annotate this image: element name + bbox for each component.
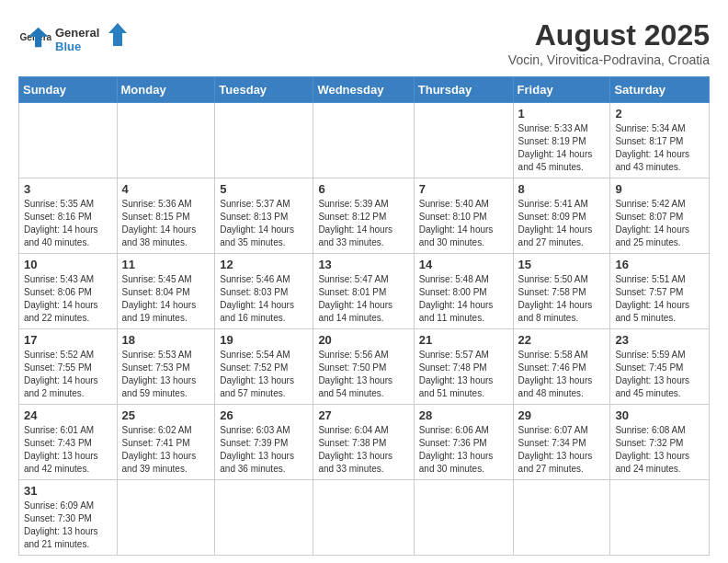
day-info: Sunrise: 5:57 AMSunset: 7:48 PMDaylight:… (419, 349, 508, 400)
calendar-day-cell (610, 480, 710, 556)
day-info: Sunrise: 5:48 AMSunset: 8:00 PMDaylight:… (419, 273, 508, 325)
day-number: 2 (615, 107, 704, 121)
day-number: 5 (220, 182, 308, 196)
calendar-day-cell: 26Sunrise: 6:03 AMSunset: 7:39 PMDayligh… (215, 405, 313, 480)
calendar-day-cell: 6Sunrise: 5:39 AMSunset: 8:12 PMDaylight… (313, 178, 414, 254)
day-number: 22 (518, 333, 606, 347)
calendar-day-cell: 2Sunrise: 5:34 AMSunset: 8:17 PMDaylight… (610, 103, 710, 178)
day-info: Sunrise: 6:08 AMSunset: 7:32 PMDaylight:… (615, 424, 704, 476)
day-info: Sunrise: 5:45 AMSunset: 8:04 PMDaylight:… (122, 273, 210, 325)
calendar-day-cell (117, 480, 215, 556)
day-number: 28 (419, 408, 508, 422)
day-number: 27 (318, 408, 408, 422)
day-info: Sunrise: 6:02 AMSunset: 7:41 PMDaylight:… (122, 424, 210, 476)
day-info: Sunrise: 5:43 AMSunset: 8:06 PMDaylight:… (24, 273, 112, 325)
calendar-day-cell (19, 103, 118, 178)
calendar-day-cell: 23Sunrise: 5:59 AMSunset: 7:45 PMDayligh… (610, 329, 710, 405)
day-of-week-header: Thursday (414, 77, 513, 103)
calendar-day-cell (313, 103, 414, 178)
day-number: 16 (615, 258, 704, 271)
day-info: Sunrise: 5:34 AMSunset: 8:17 PMDaylight:… (615, 122, 704, 174)
day-of-week-header: Sunday (19, 77, 118, 103)
calendar-header-row: SundayMondayTuesdayWednesdayThursdayFrid… (19, 77, 710, 103)
calendar-day-cell: 19Sunrise: 5:54 AMSunset: 7:52 PMDayligh… (215, 329, 313, 405)
day-number: 8 (518, 182, 606, 196)
calendar-day-cell: 18Sunrise: 5:53 AMSunset: 7:53 PMDayligh… (117, 329, 215, 405)
day-number: 23 (615, 333, 704, 347)
day-number: 29 (518, 408, 606, 422)
calendar-week-row: 3Sunrise: 5:35 AMSunset: 8:16 PMDaylight… (19, 178, 710, 254)
day-info: Sunrise: 6:03 AMSunset: 7:39 PMDaylight:… (220, 424, 308, 476)
day-number: 30 (615, 408, 704, 422)
day-number: 9 (615, 182, 704, 196)
calendar-day-cell: 3Sunrise: 5:35 AMSunset: 8:16 PMDaylight… (19, 178, 118, 254)
logo: General General Blue (18, 18, 129, 59)
day-info: Sunrise: 5:52 AMSunset: 7:55 PMDaylight:… (24, 349, 112, 400)
day-info: Sunrise: 6:06 AMSunset: 7:36 PMDaylight:… (419, 424, 508, 476)
calendar-day-cell: 5Sunrise: 5:37 AMSunset: 8:13 PMDaylight… (215, 178, 313, 254)
calendar-day-cell: 31Sunrise: 6:09 AMSunset: 7:30 PMDayligh… (19, 480, 118, 556)
day-number: 13 (318, 258, 408, 271)
calendar-day-cell: 9Sunrise: 5:42 AMSunset: 8:07 PMDaylight… (610, 178, 710, 254)
location-subtitle: Vocin, Virovitica-Podravina, Croatia (508, 52, 710, 67)
calendar-day-cell: 14Sunrise: 5:48 AMSunset: 8:00 PMDayligh… (414, 254, 513, 329)
day-info: Sunrise: 5:51 AMSunset: 7:57 PMDaylight:… (615, 273, 704, 325)
day-number: 24 (24, 408, 112, 422)
day-info: Sunrise: 5:35 AMSunset: 8:16 PMDaylight:… (24, 198, 112, 249)
day-info: Sunrise: 5:39 AMSunset: 8:12 PMDaylight:… (318, 198, 408, 249)
generalblue-logo-icon: General (18, 22, 51, 55)
svg-text:Blue: Blue (55, 40, 81, 53)
calendar-day-cell: 7Sunrise: 5:40 AMSunset: 8:10 PMDaylight… (414, 178, 513, 254)
day-info: Sunrise: 5:56 AMSunset: 7:50 PMDaylight:… (318, 349, 408, 400)
calendar-day-cell: 16Sunrise: 5:51 AMSunset: 7:57 PMDayligh… (610, 254, 710, 329)
calendar-day-cell (513, 480, 610, 556)
day-of-week-header: Monday (117, 77, 215, 103)
calendar-day-cell: 29Sunrise: 6:07 AMSunset: 7:34 PMDayligh… (513, 405, 610, 480)
day-number: 17 (24, 333, 112, 347)
calendar-day-cell (215, 480, 313, 556)
title-area: August 2025 Vocin, Virovitica-Podravina,… (508, 18, 710, 67)
calendar-table: SundayMondayTuesdayWednesdayThursdayFrid… (18, 76, 710, 556)
day-info: Sunrise: 5:53 AMSunset: 7:53 PMDaylight:… (122, 349, 210, 400)
day-info: Sunrise: 5:41 AMSunset: 8:09 PMDaylight:… (518, 198, 606, 249)
day-number: 18 (122, 333, 210, 347)
day-info: Sunrise: 6:07 AMSunset: 7:34 PMDaylight:… (518, 424, 606, 476)
calendar-day-cell: 24Sunrise: 6:01 AMSunset: 7:43 PMDayligh… (19, 405, 118, 480)
calendar-day-cell (414, 103, 513, 178)
calendar-week-row: 24Sunrise: 6:01 AMSunset: 7:43 PMDayligh… (19, 405, 710, 480)
month-year-title: August 2025 (508, 18, 710, 52)
calendar-day-cell (117, 103, 215, 178)
calendar-week-row: 10Sunrise: 5:43 AMSunset: 8:06 PMDayligh… (19, 254, 710, 329)
day-info: Sunrise: 5:40 AMSunset: 8:10 PMDaylight:… (419, 198, 508, 249)
calendar-day-cell: 28Sunrise: 6:06 AMSunset: 7:36 PMDayligh… (414, 405, 513, 480)
day-number: 10 (24, 258, 112, 271)
calendar-day-cell: 20Sunrise: 5:56 AMSunset: 7:50 PMDayligh… (313, 329, 414, 405)
calendar-day-cell (414, 480, 513, 556)
day-info: Sunrise: 6:01 AMSunset: 7:43 PMDaylight:… (24, 424, 112, 476)
day-info: Sunrise: 5:33 AMSunset: 8:19 PMDaylight:… (518, 122, 606, 174)
day-number: 6 (318, 182, 408, 196)
day-of-week-header: Saturday (610, 77, 710, 103)
logo-area: General Blue (55, 18, 129, 59)
calendar-week-row: 1Sunrise: 5:33 AMSunset: 8:19 PMDaylight… (19, 103, 710, 178)
calendar-day-cell: 17Sunrise: 5:52 AMSunset: 7:55 PMDayligh… (19, 329, 118, 405)
calendar-day-cell (215, 103, 313, 178)
day-info: Sunrise: 6:09 AMSunset: 7:30 PMDaylight:… (24, 500, 112, 551)
day-info: Sunrise: 5:58 AMSunset: 7:46 PMDaylight:… (518, 349, 606, 400)
day-info: Sunrise: 5:42 AMSunset: 8:07 PMDaylight:… (615, 198, 704, 249)
day-number: 1 (518, 107, 606, 121)
calendar-day-cell (313, 480, 414, 556)
calendar-day-cell: 11Sunrise: 5:45 AMSunset: 8:04 PMDayligh… (117, 254, 215, 329)
day-info: Sunrise: 5:36 AMSunset: 8:15 PMDaylight:… (122, 198, 210, 249)
calendar-week-row: 17Sunrise: 5:52 AMSunset: 7:55 PMDayligh… (19, 329, 710, 405)
day-info: Sunrise: 6:04 AMSunset: 7:38 PMDaylight:… (318, 424, 408, 476)
day-info: Sunrise: 5:59 AMSunset: 7:45 PMDaylight:… (615, 349, 704, 400)
day-number: 4 (122, 182, 210, 196)
day-number: 15 (518, 258, 606, 271)
calendar-day-cell: 4Sunrise: 5:36 AMSunset: 8:15 PMDaylight… (117, 178, 215, 254)
day-info: Sunrise: 5:37 AMSunset: 8:13 PMDaylight:… (220, 198, 308, 249)
day-of-week-header: Tuesday (215, 77, 313, 103)
day-number: 12 (220, 258, 308, 271)
page-header: General General Blue August 2025 Vocin, … (18, 18, 710, 67)
day-number: 31 (24, 484, 112, 498)
